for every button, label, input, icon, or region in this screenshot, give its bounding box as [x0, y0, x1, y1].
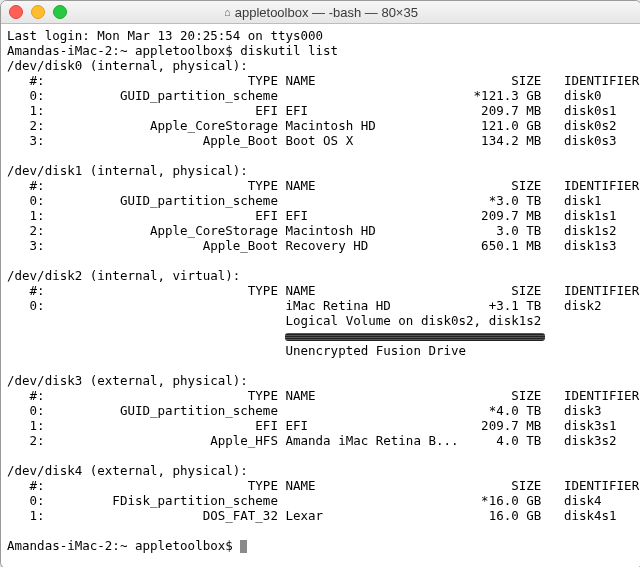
close-icon[interactable] [9, 5, 23, 19]
home-icon: ⌂ [224, 6, 231, 18]
window-title-text: appletoolbox — -bash — 80×35 [235, 5, 418, 20]
traffic-lights [9, 5, 67, 19]
window-title: ⌂ appletoolbox — -bash — 80×35 [1, 5, 640, 20]
terminal-output[interactable]: Last login: Mon Mar 13 20:25:54 on ttys0… [1, 24, 640, 567]
terminal-window: ⌂ appletoolbox — -bash — 80×35 Last logi… [0, 0, 640, 567]
cursor [240, 540, 247, 553]
zoom-icon[interactable] [53, 5, 67, 19]
minimize-icon[interactable] [31, 5, 45, 19]
redacted-uuid [285, 333, 545, 341]
titlebar: ⌂ appletoolbox — -bash — 80×35 [1, 1, 640, 24]
